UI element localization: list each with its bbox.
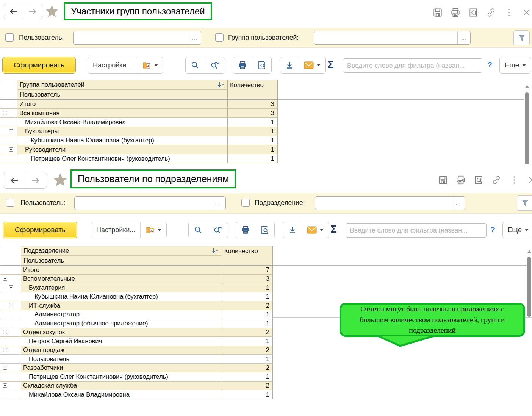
- back-button[interactable]: [3, 172, 25, 188]
- table-row[interactable]: Отдел закупок2: [0, 328, 273, 337]
- collapse-icon[interactable]: [3, 277, 7, 281]
- table-row[interactable]: Итого7: [0, 266, 273, 275]
- table-row[interactable]: Михайлова Оксана Владимировна1: [0, 390, 273, 399]
- filter-settings-button[interactable]: [513, 30, 530, 45]
- collapse-icon[interactable]: [3, 111, 7, 115]
- find-button[interactable]: [186, 57, 205, 73]
- table-row[interactable]: Кубышкина Наина Юлиановна (бухгалтер)1: [0, 136, 278, 145]
- print-preview-button[interactable]: [255, 222, 274, 238]
- forward-button[interactable]: [23, 4, 43, 19]
- scrollbar-thumb[interactable]: [525, 92, 529, 164]
- table-row[interactable]: ИТ-служба2: [0, 301, 273, 310]
- print-icon[interactable]: [456, 175, 466, 185]
- report-variants-button[interactable]: [140, 222, 166, 238]
- totals-sigma-button[interactable]: Σ: [330, 223, 337, 235]
- column-header-count[interactable]: Количество: [222, 246, 273, 265]
- send-email-button[interactable]: [299, 57, 325, 73]
- collapse-icon[interactable]: [9, 285, 13, 289]
- favorite-star-icon[interactable]: [52, 172, 67, 186]
- table-row[interactable]: Петрищев Олег Константинович (руководите…: [0, 372, 273, 382]
- vertical-scrollbar[interactable]: [524, 83, 530, 167]
- more-actions-button[interactable]: Еще: [499, 57, 531, 74]
- scrollbar-thumb[interactable]: [527, 257, 531, 317]
- user-filter-input[interactable]: [75, 197, 213, 210]
- report-variants-button[interactable]: [137, 57, 163, 73]
- table-row[interactable]: Разработчики2: [0, 364, 273, 373]
- print-icon[interactable]: [451, 8, 460, 17]
- table-row[interactable]: Отдел продаж2: [0, 346, 273, 355]
- table-row[interactable]: Петров Сергей Иванович1: [0, 337, 273, 346]
- table-row[interactable]: Руководители1: [0, 145, 278, 154]
- collapse-icon[interactable]: [9, 147, 13, 152]
- more-dots-icon[interactable]: [509, 175, 519, 185]
- send-email-button[interactable]: [302, 222, 329, 238]
- quick-filter-input[interactable]: [343, 58, 482, 73]
- favorite-star-icon[interactable]: [45, 4, 59, 19]
- link-icon[interactable]: [486, 8, 496, 17]
- save-icon[interactable]: [438, 175, 448, 185]
- column-header-user[interactable]: Пользователь: [21, 256, 222, 265]
- more-actions-button[interactable]: Еще: [502, 222, 532, 238]
- user-filter-input[interactable]: [74, 31, 188, 44]
- close-icon[interactable]: [527, 175, 532, 185]
- more-dots-icon[interactable]: [504, 8, 514, 17]
- print-report-button[interactable]: [233, 57, 252, 73]
- preview-icon[interactable]: [474, 175, 483, 185]
- save-result-button[interactable]: [283, 222, 302, 238]
- help-button[interactable]: ?: [490, 225, 495, 234]
- vertical-scrollbar[interactable]: [527, 248, 532, 318]
- choose-button[interactable]: ...: [213, 197, 225, 210]
- table-row[interactable]: Михайлова Оксана Владимировна1: [0, 118, 278, 127]
- back-button[interactable]: [3, 4, 23, 19]
- column-header-department[interactable]: Подразделение: [23, 247, 69, 254]
- scroll-up-icon[interactable]: [527, 248, 532, 253]
- choose-button[interactable]: ...: [457, 31, 470, 44]
- totals-sigma-button[interactable]: Σ: [327, 58, 334, 70]
- collapse-icon[interactable]: [3, 348, 7, 352]
- column-header-user[interactable]: Пользователь: [17, 90, 227, 99]
- table-row[interactable]: Администратор1: [0, 310, 273, 319]
- table-row[interactable]: Пользователь1: [0, 355, 273, 364]
- settings-button[interactable]: Настройки...: [91, 222, 140, 238]
- find-button[interactable]: [189, 222, 208, 238]
- close-icon[interactable]: [522, 8, 532, 17]
- sort-descending-icon[interactable]: [212, 247, 219, 256]
- collapse-icon[interactable]: [9, 303, 13, 307]
- sort-descending-icon[interactable]: [217, 81, 225, 90]
- generate-button[interactable]: Сформировать: [2, 57, 76, 74]
- settings-button[interactable]: Настройки...: [88, 57, 137, 73]
- choose-button[interactable]: ...: [188, 31, 201, 44]
- table-row[interactable]: Кубышкина Наина Юлиановна (бухгалтер)1: [0, 292, 273, 302]
- table-row[interactable]: Администратор (обычное приложение)1: [0, 319, 273, 328]
- collapse-icon[interactable]: [3, 366, 7, 370]
- save-icon[interactable]: [433, 8, 443, 17]
- save-result-button[interactable]: [280, 57, 299, 73]
- preview-icon[interactable]: [468, 8, 478, 17]
- choose-button[interactable]: ...: [452, 197, 465, 210]
- cancel-search-button[interactable]: [208, 222, 228, 238]
- forward-button[interactable]: [25, 172, 47, 188]
- help-button[interactable]: ?: [487, 60, 492, 69]
- table-row[interactable]: Бухгалтеры1: [0, 127, 278, 136]
- column-header-count[interactable]: Количество: [227, 80, 278, 99]
- collapse-icon[interactable]: [3, 383, 7, 388]
- column-header-group[interactable]: Группа пользователей: [20, 81, 84, 88]
- table-row[interactable]: Петрищев Олег Константинович (руководите…: [0, 154, 278, 163]
- table-row[interactable]: Вся компания3: [0, 109, 278, 118]
- generate-button[interactable]: Сформировать: [3, 222, 77, 238]
- table-row[interactable]: Бухгалтерия1: [0, 283, 273, 292]
- department-filter-input[interactable]: [315, 197, 452, 210]
- department-filter-checkbox[interactable]: [241, 199, 250, 207]
- table-row[interactable]: Вспомогательные3: [0, 275, 273, 284]
- cancel-search-button[interactable]: [205, 57, 225, 73]
- table-row[interactable]: Складская служба2: [0, 382, 273, 391]
- collapse-icon[interactable]: [3, 330, 7, 334]
- user-filter-checkbox[interactable]: [5, 33, 14, 42]
- collapse-icon[interactable]: [9, 129, 13, 133]
- quick-filter-input[interactable]: [346, 223, 487, 238]
- filter-settings-button[interactable]: [517, 195, 532, 211]
- group-filter-checkbox[interactable]: [215, 33, 224, 42]
- user-filter-checkbox[interactable]: [6, 199, 14, 207]
- group-filter-input[interactable]: [314, 31, 457, 44]
- print-report-button[interactable]: [236, 222, 255, 238]
